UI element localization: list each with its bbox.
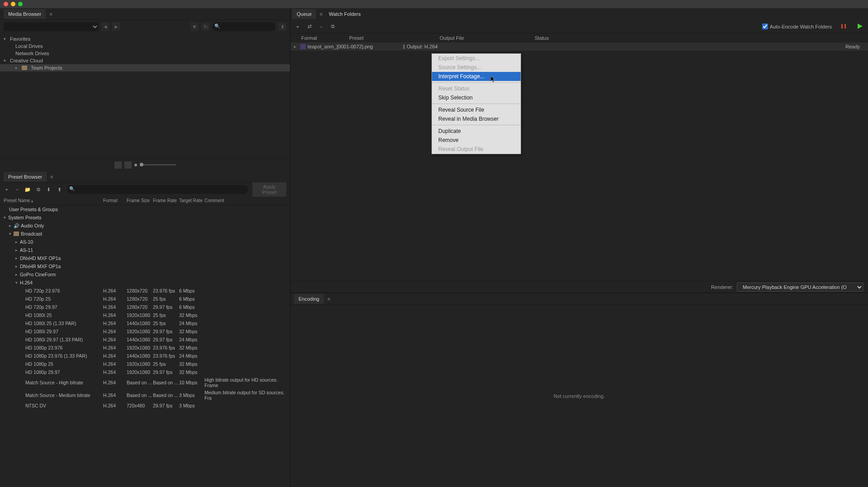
preset-row[interactable]: HD 1080p 25H.2641920x108025 fps32 Mbps	[0, 360, 290, 368]
apply-preset-button[interactable]: Apply Preset	[252, 182, 286, 197]
import-preset-icon[interactable]: ⬇	[46, 186, 52, 193]
remove-icon[interactable]: −	[318, 23, 325, 30]
encoding-panel: Encoding ≡ Not currently encoding.	[290, 293, 868, 487]
preset-row[interactable]: HD 1080i 25H.2641920x108025 fps32 Mbps	[0, 311, 290, 319]
panel-menu-icon[interactable]: ≡	[48, 174, 55, 180]
preset-framerate: 25 fps	[153, 312, 179, 318]
dnxhr-group[interactable]: ▸DNxHR MXF OP1a	[0, 262, 290, 270]
preset-search-input[interactable]	[67, 185, 248, 194]
filter-icon[interactable]: ▼	[190, 23, 199, 31]
tree-favorites[interactable]: ▾Favorites	[0, 35, 290, 43]
export-preset-icon[interactable]: ⬆	[57, 186, 62, 193]
refresh-icon[interactable]: ↻	[201, 23, 209, 31]
media-browser-search-input[interactable]	[212, 22, 275, 31]
pause-queue-button[interactable]	[840, 23, 848, 31]
watch-folders-tab[interactable]: Watch Folders	[324, 9, 365, 19]
col-header-framesize[interactable]: Frame Size	[127, 198, 153, 203]
tree-creative-cloud[interactable]: ▾Creative Cloud	[0, 57, 290, 64]
preset-framesize: 720x480	[127, 403, 153, 408]
tree-label: Network Drives	[15, 51, 49, 56]
preset-row[interactable]: Match Source - High bitrateH.264Based on…	[0, 376, 290, 389]
preset-row[interactable]: HD 1080i 29.97H.2641920x108029.97 fps32 …	[0, 327, 290, 336]
preset-row[interactable]: HD 1080p 29.97H.2641920x108029.97 fps32 …	[0, 368, 290, 376]
preset-comment: Medium bitrate output for SD sources. Fr…	[204, 390, 286, 401]
preset-settings-icon[interactable]: ⚙	[35, 186, 41, 193]
tree-network-drives[interactable]: Network Drives	[0, 50, 290, 57]
thumbnail-view-button[interactable]	[114, 161, 122, 169]
panel-menu-icon[interactable]: ≡	[326, 296, 332, 302]
preset-browser-tab[interactable]: Preset Browser	[4, 172, 47, 182]
preset-row[interactable]: HD 720p 25H.2641280x72025 fps6 Mbps	[0, 295, 290, 303]
new-group-icon[interactable]: 📁	[24, 186, 31, 193]
nav-forward-button[interactable]: ►	[112, 23, 120, 31]
start-queue-button[interactable]	[856, 23, 864, 31]
audio-only-group[interactable]: ▸🔊Audio Only	[0, 222, 290, 230]
expand-arrow-icon[interactable]: ▸	[294, 44, 299, 49]
add-output-icon[interactable]: ⇄	[306, 23, 313, 30]
qcol-preset[interactable]: Preset	[349, 35, 440, 41]
h264-group[interactable]: ▾H.264	[0, 279, 290, 287]
qcol-format[interactable]: Format	[301, 35, 349, 41]
ctx-duplicate[interactable]: Duplicate	[432, 127, 521, 136]
duplicate-icon[interactable]: ⧉	[329, 23, 337, 30]
preset-row[interactable]: HD 1080i 29.97 (1.33 PAR)H.2641440x10802…	[0, 336, 290, 344]
maximize-window-button[interactable]	[18, 2, 23, 6]
ctx-remove[interactable]: Remove	[432, 136, 521, 145]
preset-row[interactable]: HD 720p 29.97H.2641280x72029.97 fps6 Mbp…	[0, 303, 290, 311]
ingest-icon[interactable]: ⬇	[278, 23, 286, 31]
preset-targetrate: 6 Mbps	[179, 304, 204, 310]
panel-menu-icon[interactable]: ≡	[47, 11, 54, 17]
encoding-tab[interactable]: Encoding	[294, 294, 324, 304]
col-header-format[interactable]: Format	[103, 198, 127, 203]
broadcast-group[interactable]: ▾Broadcast	[0, 230, 290, 238]
col-header-targetrate[interactable]: Target Rate	[179, 198, 204, 203]
preset-framerate: 29.97 fps	[153, 403, 179, 408]
tree-label: Local Drives	[15, 43, 43, 49]
col-header-framerate[interactable]: Frame Rate	[153, 198, 179, 203]
ctx-skip-selection[interactable]: Skip Selection	[432, 93, 521, 102]
renderer-dropdown[interactable]: Mercury Playback Engine GPU Acceleration…	[737, 283, 863, 292]
gopro-group[interactable]: ▸GoPro CineForm	[0, 270, 290, 279]
tree-label: Favorites	[10, 36, 30, 42]
minimize-window-button[interactable]	[11, 2, 15, 6]
preset-name: HD 1080i 25	[25, 312, 103, 318]
media-browser-tab[interactable]: Media Browser	[4, 9, 46, 19]
preset-row[interactable]: NTSC DVH.264720x48029.97 fps3 Mbps	[0, 402, 290, 410]
preset-row[interactable]: Match Source - Medium bitrateH.264Based …	[0, 389, 290, 402]
dnxhd-group[interactable]: ▸DNxHD MXF OP1a	[0, 254, 290, 262]
preset-format: H.264	[103, 329, 127, 334]
qcol-output[interactable]: Output File	[440, 35, 535, 41]
system-presets-group[interactable]: ▾System Presets	[0, 213, 290, 222]
preset-row[interactable]: HD 1080i 25 (1.33 PAR)H.2641440x108025 f…	[0, 319, 290, 327]
ctx-reveal-media-browser[interactable]: Reveal in Media Browser	[432, 114, 521, 123]
auto-encode-checkbox[interactable]	[762, 24, 768, 29]
ctx-source-settings: Source Settings...	[432, 63, 521, 72]
preset-row[interactable]: HD 720p 23.976H.2641280x72023.976 fps6 M…	[0, 287, 290, 295]
ctx-interpret-footage[interactable]: Interpret Footage...	[432, 72, 521, 81]
list-view-button[interactable]	[124, 161, 132, 169]
user-presets-group[interactable]: User Presets & Groups	[0, 205, 290, 213]
preset-row[interactable]: HD 1080p 23.976 (1.33 PAR)H.2641440x1080…	[0, 352, 290, 360]
thumbnail-size-slider[interactable]	[140, 164, 176, 165]
queue-tab[interactable]: Queue	[292, 9, 316, 19]
tree-team-projects[interactable]: ▸Team Projects	[0, 64, 290, 71]
col-header-comment[interactable]: Comment	[204, 198, 286, 203]
ctx-reveal-source[interactable]: Reveal Source File	[432, 105, 521, 114]
media-browser-path-dropdown[interactable]	[4, 22, 99, 31]
tree-local-drives[interactable]: Local Drives	[0, 43, 290, 50]
col-header-name[interactable]: Preset Name ▴	[4, 198, 103, 203]
close-window-button[interactable]	[4, 2, 8, 6]
nav-back-button[interactable]: ◄	[101, 23, 109, 31]
add-preset-icon[interactable]: +	[4, 186, 9, 193]
preset-format: H.264	[103, 345, 127, 350]
preset-row[interactable]: HD 1080p 23.976H.2641920x108023.976 fps3…	[0, 344, 290, 352]
qcol-status[interactable]: Status	[535, 35, 864, 41]
panel-menu-icon[interactable]: ≡	[318, 11, 324, 17]
add-source-icon[interactable]: +	[294, 23, 301, 30]
queue-item-row[interactable]: ▸ teapot_anm_[0001-0072].png 1 Output: H…	[290, 43, 868, 51]
as10-group[interactable]: ▸AS-10	[0, 238, 290, 246]
delete-preset-icon[interactable]: −	[14, 186, 20, 193]
preset-name: HD 1080i 29.97	[25, 329, 103, 334]
preset-format: H.264	[103, 353, 127, 359]
as11-group[interactable]: ▸AS-11	[0, 246, 290, 254]
